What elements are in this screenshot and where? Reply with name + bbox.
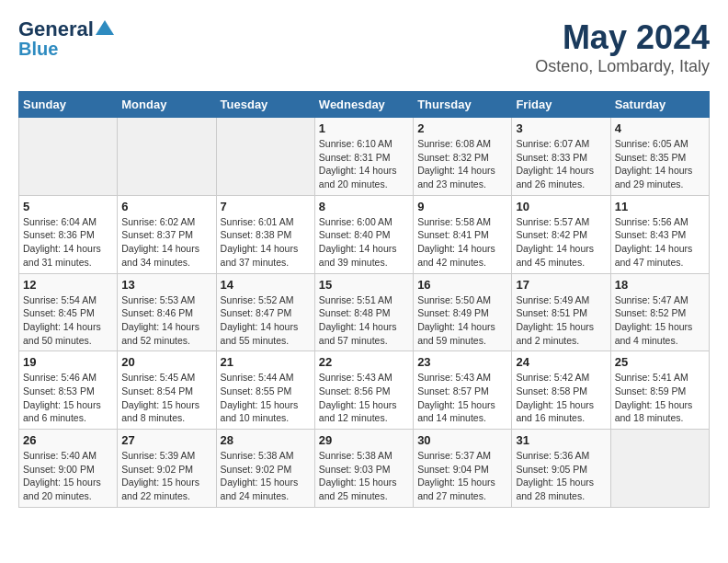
page-title: May 2024 <box>535 18 710 57</box>
day-detail: Sunrise: 5:46 AM Sunset: 8:53 PM Dayligh… <box>23 371 113 425</box>
svg-marker-0 <box>96 20 114 35</box>
day-number: 26 <box>23 433 113 447</box>
calendar-cell: 1Sunrise: 6:10 AM Sunset: 8:31 PM Daylig… <box>314 118 413 196</box>
calendar-cell: 15Sunrise: 5:51 AM Sunset: 8:48 PM Dayli… <box>314 273 413 351</box>
day-header-friday: Friday <box>512 92 610 118</box>
calendar-cell: 25Sunrise: 5:41 AM Sunset: 8:59 PM Dayli… <box>610 351 709 430</box>
day-detail: Sunrise: 6:08 AM Sunset: 8:32 PM Dayligh… <box>417 137 507 191</box>
day-number: 28 <box>221 433 311 447</box>
calendar-cell: 20Sunrise: 5:45 AM Sunset: 8:54 PM Dayli… <box>118 351 216 430</box>
day-header-tuesday: Tuesday <box>216 92 314 118</box>
day-header-saturday: Saturday <box>610 92 709 118</box>
day-detail: Sunrise: 5:54 AM Sunset: 8:45 PM Dayligh… <box>23 293 113 348</box>
calendar-cell: 9Sunrise: 5:58 AM Sunset: 8:41 PM Daylig… <box>414 195 512 273</box>
page-header: General Blue May 2024 Osteno, Lombardy, … <box>18 18 710 76</box>
calendar-cell: 19Sunrise: 5:46 AM Sunset: 8:53 PM Dayli… <box>19 351 118 430</box>
calendar-week-5: 26Sunrise: 5:40 AM Sunset: 9:00 PM Dayli… <box>19 430 710 508</box>
day-number: 15 <box>319 278 409 292</box>
calendar-cell: 17Sunrise: 5:49 AM Sunset: 8:51 PM Dayli… <box>512 273 610 351</box>
calendar-header-row: SundayMondayTuesdayWednesdayThursdayFrid… <box>19 92 710 118</box>
calendar-cell: 8Sunrise: 6:00 AM Sunset: 8:40 PM Daylig… <box>314 195 413 273</box>
calendar-cell: 2Sunrise: 6:08 AM Sunset: 8:32 PM Daylig… <box>414 118 512 196</box>
calendar-cell: 12Sunrise: 5:54 AM Sunset: 8:45 PM Dayli… <box>19 273 118 351</box>
calendar-cell: 13Sunrise: 5:53 AM Sunset: 8:46 PM Dayli… <box>118 273 216 351</box>
day-number: 25 <box>615 355 705 369</box>
day-number: 12 <box>23 278 113 292</box>
day-detail: Sunrise: 5:43 AM Sunset: 8:56 PM Dayligh… <box>319 371 409 425</box>
day-detail: Sunrise: 5:44 AM Sunset: 8:55 PM Dayligh… <box>221 371 311 425</box>
day-number: 23 <box>417 355 507 369</box>
logo: General Blue <box>18 18 114 59</box>
day-detail: Sunrise: 5:57 AM Sunset: 8:42 PM Dayligh… <box>516 215 606 270</box>
day-number: 30 <box>417 433 507 447</box>
day-detail: Sunrise: 5:53 AM Sunset: 8:46 PM Dayligh… <box>121 293 211 348</box>
page-subtitle: Osteno, Lombardy, Italy <box>535 57 710 76</box>
day-detail: Sunrise: 5:42 AM Sunset: 8:58 PM Dayligh… <box>516 371 606 425</box>
day-detail: Sunrise: 6:05 AM Sunset: 8:35 PM Dayligh… <box>615 137 705 191</box>
calendar-cell: 29Sunrise: 5:38 AM Sunset: 9:03 PM Dayli… <box>314 430 413 508</box>
calendar-cell: 10Sunrise: 5:57 AM Sunset: 8:42 PM Dayli… <box>512 195 610 273</box>
calendar-cell: 11Sunrise: 5:56 AM Sunset: 8:43 PM Dayli… <box>610 195 709 273</box>
day-header-sunday: Sunday <box>19 92 118 118</box>
day-detail: Sunrise: 5:51 AM Sunset: 8:48 PM Dayligh… <box>319 293 409 348</box>
day-detail: Sunrise: 5:39 AM Sunset: 9:02 PM Dayligh… <box>121 449 211 503</box>
calendar-week-3: 12Sunrise: 5:54 AM Sunset: 8:45 PM Dayli… <box>19 273 710 351</box>
day-number: 31 <box>516 433 606 447</box>
day-number: 19 <box>23 355 113 369</box>
day-detail: Sunrise: 5:37 AM Sunset: 9:04 PM Dayligh… <box>417 449 507 503</box>
day-number: 20 <box>121 355 211 369</box>
calendar-cell: 31Sunrise: 5:36 AM Sunset: 9:05 PM Dayli… <box>512 430 610 508</box>
calendar-cell <box>216 118 314 196</box>
day-number: 1 <box>319 121 409 135</box>
day-number: 17 <box>516 278 606 292</box>
day-detail: Sunrise: 5:49 AM Sunset: 8:51 PM Dayligh… <box>516 293 606 348</box>
day-number: 4 <box>615 121 705 135</box>
calendar-cell: 14Sunrise: 5:52 AM Sunset: 8:47 PM Dayli… <box>216 273 314 351</box>
day-detail: Sunrise: 6:04 AM Sunset: 8:36 PM Dayligh… <box>23 215 113 270</box>
day-number: 11 <box>615 200 705 213</box>
calendar-week-2: 5Sunrise: 6:04 AM Sunset: 8:36 PM Daylig… <box>19 195 710 273</box>
calendar-cell: 4Sunrise: 6:05 AM Sunset: 8:35 PM Daylig… <box>610 118 709 196</box>
day-number: 7 <box>221 200 311 213</box>
calendar-cell: 16Sunrise: 5:50 AM Sunset: 8:49 PM Dayli… <box>414 273 512 351</box>
day-number: 9 <box>417 200 507 213</box>
day-detail: Sunrise: 6:07 AM Sunset: 8:33 PM Dayligh… <box>516 137 606 191</box>
day-header-thursday: Thursday <box>414 92 512 118</box>
calendar-cell <box>19 118 118 196</box>
calendar-cell: 28Sunrise: 5:38 AM Sunset: 9:02 PM Dayli… <box>216 430 314 508</box>
calendar-cell: 18Sunrise: 5:47 AM Sunset: 8:52 PM Dayli… <box>610 273 709 351</box>
title-block: May 2024 Osteno, Lombardy, Italy <box>535 18 710 76</box>
day-number: 5 <box>23 200 113 213</box>
logo-blue: Blue <box>18 39 58 59</box>
calendar-table: SundayMondayTuesdayWednesdayThursdayFrid… <box>18 91 710 508</box>
day-detail: Sunrise: 5:43 AM Sunset: 8:57 PM Dayligh… <box>417 371 507 425</box>
day-number: 3 <box>516 121 606 135</box>
day-number: 27 <box>121 433 211 447</box>
calendar-cell: 22Sunrise: 5:43 AM Sunset: 8:56 PM Dayli… <box>314 351 413 430</box>
calendar-week-4: 19Sunrise: 5:46 AM Sunset: 8:53 PM Dayli… <box>19 351 710 430</box>
day-detail: Sunrise: 5:47 AM Sunset: 8:52 PM Dayligh… <box>615 293 705 348</box>
day-detail: Sunrise: 6:01 AM Sunset: 8:38 PM Dayligh… <box>221 215 311 270</box>
day-detail: Sunrise: 6:00 AM Sunset: 8:40 PM Dayligh… <box>319 215 409 270</box>
day-header-wednesday: Wednesday <box>314 92 413 118</box>
day-detail: Sunrise: 5:58 AM Sunset: 8:41 PM Dayligh… <box>417 215 507 270</box>
logo-general: General <box>18 18 94 40</box>
day-detail: Sunrise: 5:40 AM Sunset: 9:00 PM Dayligh… <box>23 449 113 503</box>
day-number: 21 <box>221 355 311 369</box>
calendar-cell: 5Sunrise: 6:04 AM Sunset: 8:36 PM Daylig… <box>19 195 118 273</box>
day-number: 14 <box>221 278 311 292</box>
calendar-cell: 21Sunrise: 5:44 AM Sunset: 8:55 PM Dayli… <box>216 351 314 430</box>
calendar-cell: 30Sunrise: 5:37 AM Sunset: 9:04 PM Dayli… <box>414 430 512 508</box>
day-detail: Sunrise: 5:56 AM Sunset: 8:43 PM Dayligh… <box>615 215 705 270</box>
calendar-cell: 23Sunrise: 5:43 AM Sunset: 8:57 PM Dayli… <box>414 351 512 430</box>
day-detail: Sunrise: 6:02 AM Sunset: 8:37 PM Dayligh… <box>121 215 211 270</box>
day-number: 16 <box>417 278 507 292</box>
calendar-cell: 26Sunrise: 5:40 AM Sunset: 9:00 PM Dayli… <box>19 430 118 508</box>
day-number: 18 <box>615 278 705 292</box>
day-detail: Sunrise: 6:10 AM Sunset: 8:31 PM Dayligh… <box>319 137 409 191</box>
day-detail: Sunrise: 5:50 AM Sunset: 8:49 PM Dayligh… <box>417 293 507 348</box>
calendar-week-1: 1Sunrise: 6:10 AM Sunset: 8:31 PM Daylig… <box>19 118 710 196</box>
day-detail: Sunrise: 5:38 AM Sunset: 9:03 PM Dayligh… <box>319 449 409 503</box>
calendar-cell: 24Sunrise: 5:42 AM Sunset: 8:58 PM Dayli… <box>512 351 610 430</box>
day-number: 6 <box>121 200 211 213</box>
